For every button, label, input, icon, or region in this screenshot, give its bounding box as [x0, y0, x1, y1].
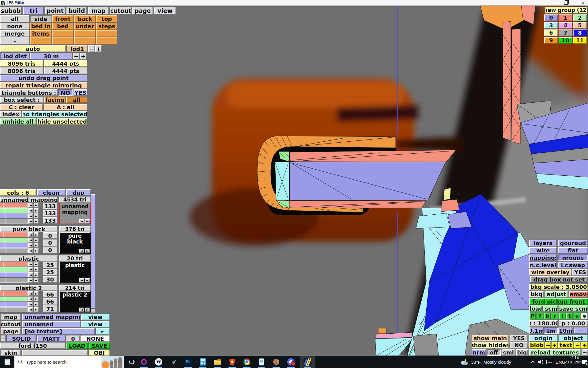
close-button[interactable]: ×: [578, 0, 587, 6]
slider-left-arrow[interactable]: ◄: [28, 278, 33, 283]
origin-button[interactable]: origin: [529, 335, 558, 341]
nrm-big-button[interactable]: big: [516, 349, 528, 356]
slider-left-arrow[interactable]: ◄: [28, 272, 33, 277]
right-flat[interactable]: flat: [558, 247, 588, 254]
view-button[interactable]: view: [81, 321, 110, 328]
right-mappings[interactable]: mappings: [529, 255, 557, 261]
right-wire[interactable]: wire: [529, 247, 557, 254]
slider-right-arrow[interactable]: ►: [34, 219, 39, 224]
none-button[interactable]: NONE: [81, 335, 110, 342]
slider-right-arrow[interactable]: ►: [34, 248, 39, 253]
load-button[interactable]: LOAD: [66, 343, 88, 349]
lod-dist-minus-button[interactable]: −: [73, 53, 79, 59]
color-slider[interactable]: [0, 267, 28, 272]
new-group-button[interactable]: new group (12): [545, 7, 587, 13]
color-slider[interactable]: [0, 291, 28, 296]
bkg-image-name[interactable]: ford pickup front: [529, 298, 588, 305]
view-key-f[interactable]: f: [537, 313, 543, 319]
tri-filter-front[interactable]: front: [52, 15, 74, 22]
tri-filter-side[interactable]: side: [30, 15, 51, 22]
shrink-button[interactable]: −: [1, 335, 6, 342]
preview-next-arrow[interactable]: ►: [85, 219, 90, 224]
preview-prev-arrow[interactable]: ◄: [79, 278, 84, 282]
view-key-dot[interactable]: ●: [581, 313, 588, 319]
pitch-value[interactable]: p : 0.00: [559, 320, 588, 327]
blob-plus-button[interactable]: +: [552, 342, 557, 348]
color-slider[interactable]: [0, 307, 28, 312]
object-button[interactable]: object: [559, 335, 588, 341]
right-lrswap[interactable]: l.r.swap: [558, 262, 588, 268]
tri-filter-all[interactable]: all: [0, 15, 29, 22]
group-cell-10[interactable]: 10: [559, 37, 572, 44]
bkg-remove-button[interactable]: remove: [569, 291, 588, 297]
color-slider[interactable]: [0, 203, 28, 208]
grid-step-−[interactable]: −: [574, 328, 588, 334]
clear-selection-button[interactable]: C : clear: [0, 104, 43, 110]
slider-left-arrow[interactable]: ◄: [28, 302, 33, 307]
text-plus-button[interactable]: +: [581, 342, 588, 348]
tri-filter-empty[interactable]: [96, 30, 117, 37]
slider-right-arrow[interactable]: ►: [34, 208, 39, 213]
lod-dist-plus-button[interactable]: +: [80, 53, 86, 59]
right-nclevel[interactable]: n.c.level: [529, 262, 557, 268]
right-gouraud[interactable]: gouraud: [558, 240, 588, 246]
slider-left-arrow[interactable]: ◄: [28, 307, 33, 312]
group-cell-5[interactable]: 5: [573, 22, 587, 29]
group-cell-6[interactable]: 6: [544, 29, 558, 36]
tri-filter-empty[interactable]: [74, 30, 96, 37]
nrm-sml-button[interactable]: sml: [502, 349, 515, 356]
menu-tab-page[interactable]: page: [132, 7, 153, 14]
slider-right-arrow[interactable]: ►: [34, 267, 39, 272]
taskbar-icon-chrome[interactable]: [239, 356, 254, 368]
group-cell-3[interactable]: 3: [544, 22, 558, 29]
slider-right-arrow[interactable]: ►: [34, 262, 39, 266]
hide-unselected-button[interactable]: hide unselected: [37, 118, 87, 125]
menu-tab-map[interactable]: map: [88, 7, 109, 14]
tri-filter-none[interactable]: none: [0, 23, 29, 30]
wire-overlay-value[interactable]: YES: [572, 269, 588, 275]
slider-right-arrow[interactable]: ►: [34, 278, 39, 283]
taskbar-icon-discord[interactable]: [284, 356, 298, 368]
color-slider[interactable]: [0, 219, 28, 224]
save-scm-button[interactable]: save scm: [559, 305, 588, 312]
tri-filter-bed[interactable]: bed: [52, 23, 74, 30]
group-cell-2[interactable]: 2: [573, 14, 587, 21]
group-cell-4[interactable]: 4: [559, 22, 572, 29]
color-slider[interactable]: [0, 208, 28, 213]
tri-filter-empty[interactable]: [96, 37, 117, 44]
tri-filter-empty[interactable]: [52, 30, 74, 37]
touch-keyboard-icon[interactable]: [545, 356, 554, 368]
tri-filter--[interactable]: -: [0, 37, 29, 44]
box-select-facing[interactable]: facing: [44, 97, 66, 103]
notifications-button[interactable]: 1: [581, 356, 588, 368]
nrm-off-button[interactable]: off: [487, 349, 501, 356]
preview-next-arrow[interactable]: ►: [85, 249, 90, 253]
menu-tab-view[interactable]: view: [154, 7, 176, 14]
slider-right-arrow[interactable]: ►: [34, 302, 39, 307]
taskbar-icon-notepad[interactable]: [254, 356, 269, 368]
taskbar-icon-photoshop[interactable]: Ps: [181, 356, 195, 368]
text-minus-button[interactable]: −: [574, 342, 581, 348]
undo-drag-point-button[interactable]: undo drag point: [0, 75, 87, 81]
view-key-l[interactable]: l: [559, 313, 566, 319]
mappings-scrollbar[interactable]: [91, 194, 96, 309]
menu-tab-build[interactable]: build: [66, 7, 87, 14]
slider-right-arrow[interactable]: ►: [34, 272, 39, 277]
preview-prev-arrow[interactable]: ◄: [79, 308, 84, 312]
bkg-scale-button[interactable]: bkg scale : 3.0500: [529, 284, 588, 290]
model-name[interactable]: ford f150: [0, 343, 65, 349]
blob-label[interactable]: blob: [529, 342, 545, 348]
tri-filter-back[interactable]: back: [74, 15, 96, 22]
taskbar-icon-lfs-editor[interactable]: [300, 356, 315, 368]
triangle-buttons-yes[interactable]: YES: [74, 89, 87, 96]
color-slider[interactable]: [0, 243, 28, 248]
preview-next-arrow[interactable]: ►: [85, 308, 90, 312]
view-key-P[interactable]: P: [529, 313, 536, 319]
tri-filter-empty[interactable]: [52, 37, 74, 44]
group-cell-11[interactable]: 11: [573, 37, 587, 44]
slider-right-arrow[interactable]: ►: [34, 307, 39, 312]
color-slider[interactable]: [0, 302, 28, 307]
slider-left-arrow[interactable]: ◄: [28, 267, 33, 272]
taskbar-icon-metal-arrow[interactable]: [166, 356, 181, 368]
index-button[interactable]: index: [0, 111, 21, 117]
